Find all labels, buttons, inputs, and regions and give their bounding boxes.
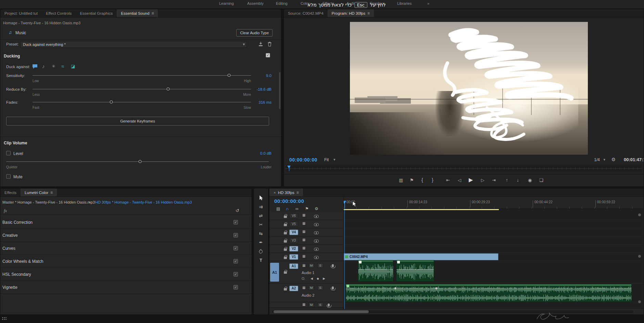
mute-track-button[interactable]: M (308, 263, 314, 268)
track-target-v3[interactable]: V3 (289, 238, 298, 243)
lumetri-section-hsl-secondary[interactable]: HSL Secondary (0, 268, 252, 281)
razor-tool[interactable]: ✂ (256, 221, 266, 228)
ducking-checkbox[interactable] (266, 53, 270, 57)
add-marker-icon[interactable]: ⚑ (305, 206, 309, 211)
toggle-track-output-eye-icon[interactable] (314, 223, 319, 226)
reset-effects-icon[interactable]: ↺ (236, 208, 239, 213)
type-tool[interactable]: T (256, 256, 266, 264)
previous-keyframe-icon[interactable]: ◀ (311, 277, 313, 280)
voiceover-record-mic-icon[interactable] (332, 286, 334, 289)
section-checkbox[interactable] (233, 285, 238, 289)
lumetri-section-creative[interactable]: Creative (0, 229, 252, 242)
workspace-overflow-icon[interactable]: » (427, 1, 429, 5)
go-to-in-icon[interactable]: ⇤ (446, 178, 450, 183)
selection-tool[interactable] (256, 194, 266, 202)
save-preset-icon[interactable] (258, 41, 263, 48)
preset-dropdown[interactable]: Duck against everything * ▾ (20, 41, 247, 48)
lumetri-master-clip[interactable]: Master * Homage - Twenty-Five - 16 Hidde… (2, 200, 95, 204)
section-checkbox[interactable] (233, 246, 238, 250)
level-slider[interactable] (6, 159, 269, 164)
program-scrub-bar[interactable] (286, 165, 642, 171)
voiceover-record-mic-icon[interactable] (332, 264, 334, 267)
audio-clip-a1[interactable] (396, 260, 434, 282)
video-clip-c0042[interactable]: C0042.MP4 (344, 253, 498, 260)
sync-lock-icon[interactable]: ▦ (302, 221, 305, 225)
sensitivity-slider[interactable] (33, 73, 251, 78)
duck-against-music-icon[interactable]: ♪ (42, 63, 45, 69)
play-button[interactable]: ▶ (469, 177, 473, 183)
chevron-down-icon[interactable]: ▾ (89, 200, 90, 204)
tab-source-monitor[interactable]: Source: C0042.MP4 (284, 9, 328, 17)
timeline-timecode[interactable]: 00:00:00:00 (274, 198, 304, 204)
source-patch-a1[interactable]: A1 (270, 263, 279, 282)
duck-against-mixed-icon[interactable]: ◪ (71, 64, 75, 69)
generate-keyframes-button[interactable]: Generate Keyframes (6, 117, 269, 126)
tab-effects[interactable]: Effects (0, 189, 21, 196)
solo-track-button[interactable]: S (317, 285, 323, 290)
duck-against-sfx-icon[interactable]: ✳ (52, 64, 55, 69)
clear-audio-type-button[interactable]: Clear Audio Type (236, 29, 273, 37)
fades-slider[interactable] (33, 100, 251, 104)
step-back-icon[interactable]: ◁ (458, 178, 461, 183)
lumetri-sequence-clip[interactable]: HD 30fps * Homage - Twenty-Five - 16 Hid… (95, 200, 192, 204)
program-timecode[interactable]: 00:00:00:00 (289, 157, 317, 163)
panel-scrollbar[interactable] (279, 72, 280, 109)
scrollbar-thumb[interactable] (274, 310, 369, 313)
timeline-track-area[interactable]: 00:00 00:00:14:23 00:00:29:23 00:00:44:2… (344, 198, 643, 309)
work-area-bar[interactable] (344, 209, 499, 210)
delete-preset-icon[interactable] (267, 41, 272, 48)
sensitivity-value[interactable]: 9.0 (250, 74, 272, 78)
track-lock-icon[interactable] (284, 257, 287, 259)
sync-lock-icon[interactable]: ▦ (302, 263, 305, 267)
lumetri-section-curves[interactable]: Curves (0, 242, 252, 255)
track-target-v1[interactable]: V1 (289, 254, 298, 260)
reduce-by-value[interactable]: -18.6 dB (250, 87, 272, 91)
program-video-frame[interactable] (350, 22, 588, 155)
audio-clip-a1[interactable] (358, 260, 393, 282)
sync-lock-icon[interactable]: ▦ (302, 246, 305, 250)
mark-out-icon[interactable]: } (432, 177, 433, 183)
track-target-a2[interactable]: A2 (289, 286, 298, 291)
sync-lock-icon[interactable]: ▦ (302, 230, 305, 233)
workspace-tab-assembly[interactable]: Assembly (247, 1, 264, 5)
section-checkbox[interactable] (233, 220, 238, 224)
audio-clip-music-a2[interactable] (345, 284, 632, 302)
step-forward-icon[interactable]: ▷ (481, 178, 484, 183)
volume-rubber-band[interactable] (358, 270, 393, 270)
track-lock-icon[interactable] (284, 216, 287, 218)
export-frame-icon[interactable]: ◉ (528, 178, 532, 183)
toggle-track-output-eye-icon[interactable] (314, 256, 319, 259)
linked-selection-icon[interactable]: ∞ (295, 206, 299, 211)
duck-against-dialogue-icon[interactable] (32, 63, 38, 70)
workspace-tab-editing[interactable]: Editing (276, 1, 288, 5)
tab-effect-controls[interactable]: Effect Controls (42, 9, 76, 17)
keyframe-type-selector[interactable]: O. (302, 277, 305, 281)
pen-tool[interactable]: ✒ (256, 238, 266, 246)
solo-track-button[interactable]: S (317, 302, 323, 307)
monitor-settings-wrench-icon[interactable]: ⚙ (611, 157, 616, 162)
timeline-ruler[interactable]: 00:00 00:00:14:23 00:00:29:23 00:00:44:2… (344, 198, 643, 209)
vertical-scroll-handle[interactable] (638, 255, 641, 258)
sync-lock-icon[interactable]: ▦ (302, 238, 305, 242)
lumetri-section-vignette[interactable]: Vignette (0, 281, 252, 294)
volume-rubber-band[interactable] (396, 270, 434, 270)
timeline-settings-wrench-icon[interactable]: ⚙ (315, 206, 318, 211)
level-checkbox[interactable] (6, 151, 11, 155)
tab-essential-sound[interactable]: Essential Sound ≡ (117, 9, 158, 17)
corner-grip-icon[interactable] (2, 317, 7, 321)
tab-program-monitor[interactable]: Program: HD 30fps ≡ (328, 9, 374, 17)
mark-in-icon[interactable]: { (421, 177, 423, 183)
track-lock-icon[interactable] (284, 232, 287, 234)
track-target-v2[interactable]: V2 (289, 246, 298, 251)
timeline-horizontal-scrollbar[interactable] (272, 310, 633, 313)
workspace-tab-libraries[interactable]: Libraries (397, 1, 412, 5)
snap-icon[interactable]: ∩ (286, 206, 289, 211)
sync-lock-icon[interactable]: ▦ (302, 254, 305, 258)
track-select-tool[interactable]: ⇉ (256, 203, 266, 210)
panel-menu-icon[interactable]: ≡ (367, 11, 370, 16)
reduce-by-slider[interactable] (33, 87, 251, 91)
solo-track-button[interactable]: S (317, 263, 323, 268)
slip-tool[interactable]: ⇆ (256, 230, 266, 237)
sync-lock-icon[interactable]: ▦ (302, 286, 305, 289)
ripple-edit-tool[interactable]: ⇄ (256, 212, 266, 219)
